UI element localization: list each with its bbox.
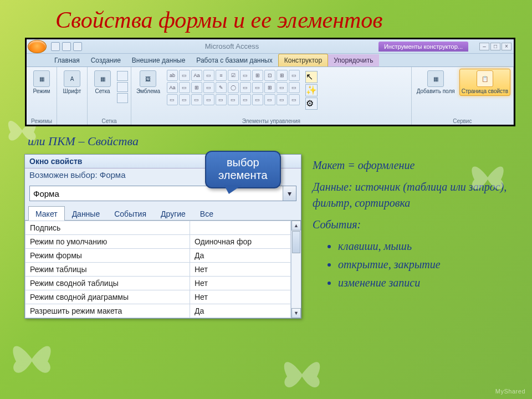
chevron-down-icon[interactable]: ▾ bbox=[283, 186, 296, 201]
font-icon: A bbox=[64, 70, 80, 87]
tab-all[interactable]: Все bbox=[193, 206, 221, 221]
tab-home[interactable]: Главная bbox=[49, 54, 85, 66]
control-item[interactable]: ▭ bbox=[191, 94, 202, 105]
grid-small-2[interactable] bbox=[117, 82, 128, 92]
tab-external-data[interactable]: Внешние данные bbox=[126, 54, 191, 66]
add-fields-icon: ▦ bbox=[427, 70, 444, 87]
control-item[interactable]: ab bbox=[167, 70, 178, 81]
window-controls: – □ × bbox=[479, 43, 514, 50]
control-item[interactable]: ▭ bbox=[167, 94, 178, 105]
control-item[interactable]: ▭ bbox=[289, 94, 300, 105]
callout-line2: элемента bbox=[218, 169, 268, 182]
table-row[interactable]: Режим сводной таблицыНет bbox=[25, 277, 291, 290]
grid-small-1[interactable] bbox=[117, 71, 128, 81]
undo-icon[interactable] bbox=[62, 42, 71, 51]
scrollbar[interactable]: ▲ ▼ bbox=[291, 221, 301, 318]
mode-button[interactable]: ▦ Режим bbox=[29, 69, 54, 96]
group-controls: 🖼 Эмблема ab▭Aa▭≡☑▭⊞⊡⊞▭ Aa▭⊞▭✎◯▭▭⊞▭▭ ▭▭▭… bbox=[131, 67, 412, 125]
control-item[interactable]: ▭ bbox=[179, 82, 190, 93]
prop-value[interactable]: Нет bbox=[190, 277, 290, 290]
prop-value[interactable]: Одиночная фор bbox=[190, 235, 290, 249]
explain-data: Данные: источник (таблица или запрос), ф… bbox=[313, 179, 516, 211]
control-item[interactable]: ▭ bbox=[240, 70, 251, 81]
tab-database-tools[interactable]: Работа с базами данных bbox=[191, 54, 278, 66]
prop-name: Режим таблицы bbox=[25, 263, 190, 277]
control-item[interactable]: ✎ bbox=[216, 82, 227, 93]
control-item[interactable]: ▭ bbox=[228, 94, 239, 105]
quick-access-toolbar bbox=[48, 42, 85, 51]
table-row[interactable]: Подпись bbox=[25, 221, 291, 235]
prop-value[interactable]: Да bbox=[190, 249, 290, 263]
label-layout: Макет bbox=[313, 159, 345, 171]
control-item[interactable]: ▭ bbox=[289, 82, 300, 93]
scroll-up-icon[interactable]: ▲ bbox=[291, 221, 301, 231]
tab-other[interactable]: Другие bbox=[154, 206, 193, 221]
control-item[interactable]: ⊡ bbox=[264, 70, 275, 81]
property-sheet-button[interactable]: 📋 Страница свойств bbox=[459, 69, 510, 96]
emblem-button[interactable]: 🖼 Эмблема bbox=[134, 69, 162, 96]
control-item[interactable]: ▭ bbox=[277, 82, 288, 93]
ribbon-body: ▦ Режим Режимы A Шрифт ▦ Сетка bbox=[27, 67, 514, 125]
save-icon[interactable] bbox=[51, 42, 60, 51]
tab-create[interactable]: Создание bbox=[85, 54, 126, 66]
control-item[interactable]: ▭ bbox=[203, 94, 214, 105]
scroll-track[interactable] bbox=[291, 231, 301, 308]
tab-designer[interactable]: Конструктор bbox=[278, 54, 328, 66]
scroll-thumb[interactable] bbox=[292, 231, 300, 253]
table-row[interactable]: Режим по умолчаниюОдиночная фор bbox=[25, 235, 291, 249]
table-row[interactable]: Разрешить режим макетаДа bbox=[25, 304, 291, 318]
office-button[interactable] bbox=[28, 40, 47, 53]
control-item[interactable]: ▭ bbox=[179, 70, 190, 81]
control-item[interactable]: ▭ bbox=[203, 82, 214, 93]
control-item[interactable]: ▭ bbox=[252, 82, 263, 93]
prop-name: Режим сводной таблицы bbox=[25, 277, 190, 290]
pointer-icon[interactable]: ↖ bbox=[305, 71, 318, 83]
grid-small-3[interactable] bbox=[117, 93, 128, 103]
control-item[interactable]: ▭ bbox=[240, 82, 251, 93]
tab-arrange[interactable]: Упорядочить bbox=[328, 54, 378, 66]
control-item[interactable]: ⊞ bbox=[252, 70, 263, 81]
control-item[interactable]: Aa bbox=[167, 82, 178, 93]
control-item[interactable]: ⊞ bbox=[264, 82, 275, 93]
table-row[interactable]: Режим сводной диаграммыНет bbox=[25, 290, 291, 304]
redo-icon[interactable] bbox=[73, 42, 82, 51]
control-item[interactable]: ▭ bbox=[277, 94, 288, 105]
control-item[interactable]: ▭ bbox=[240, 94, 251, 105]
control-item[interactable]: ⊞ bbox=[277, 70, 288, 81]
wizard-icon[interactable]: ✨ bbox=[305, 84, 318, 96]
prop-value[interactable]: Нет bbox=[190, 290, 290, 304]
context-menu-note: или ПКМ – Свойства bbox=[0, 126, 532, 152]
prop-value[interactable]: Да bbox=[190, 304, 290, 318]
table-row[interactable]: Режим таблицыНет bbox=[25, 263, 291, 277]
prop-value[interactable] bbox=[190, 221, 290, 235]
grid-icon: ▦ bbox=[94, 70, 111, 87]
control-item[interactable]: ▭ bbox=[264, 94, 275, 105]
add-fields-button[interactable]: ▦ Добавить поля bbox=[415, 69, 457, 96]
control-item[interactable]: Aa bbox=[191, 70, 202, 81]
control-item[interactable]: ▭ bbox=[203, 70, 214, 81]
tab-events[interactable]: События bbox=[107, 206, 154, 221]
group-label-controls: Элементы управления bbox=[134, 117, 408, 124]
group-modes: ▦ Режим Режимы bbox=[27, 67, 57, 125]
table-row[interactable]: Режим формыДа bbox=[25, 249, 291, 263]
maximize-button[interactable]: □ bbox=[490, 43, 500, 50]
control-item[interactable]: ◯ bbox=[228, 82, 239, 93]
scroll-down-icon[interactable]: ▼ bbox=[291, 308, 301, 318]
minimize-button[interactable]: – bbox=[479, 43, 489, 50]
close-button[interactable]: × bbox=[502, 43, 511, 50]
explanation-text: Макет = оформление Данные: источник (таб… bbox=[313, 154, 516, 319]
prop-value[interactable]: Нет bbox=[190, 263, 290, 277]
control-item[interactable]: ≡ bbox=[216, 70, 227, 81]
butterfly-decoration bbox=[6, 332, 58, 385]
grid-button[interactable]: ▦ Сетка bbox=[90, 69, 115, 96]
font-button[interactable]: A Шрифт bbox=[60, 69, 84, 96]
control-item[interactable]: ▭ bbox=[179, 94, 190, 105]
control-item[interactable]: ⊞ bbox=[191, 82, 202, 93]
tab-layout[interactable]: Макет bbox=[28, 206, 65, 221]
activex-icon[interactable]: ⚙ bbox=[305, 98, 318, 110]
tab-data[interactable]: Данные bbox=[65, 206, 108, 221]
control-item[interactable]: ▭ bbox=[289, 70, 300, 81]
control-item[interactable]: ▭ bbox=[252, 94, 263, 105]
control-item[interactable]: ▭ bbox=[216, 94, 227, 105]
control-item[interactable]: ☑ bbox=[228, 70, 239, 81]
